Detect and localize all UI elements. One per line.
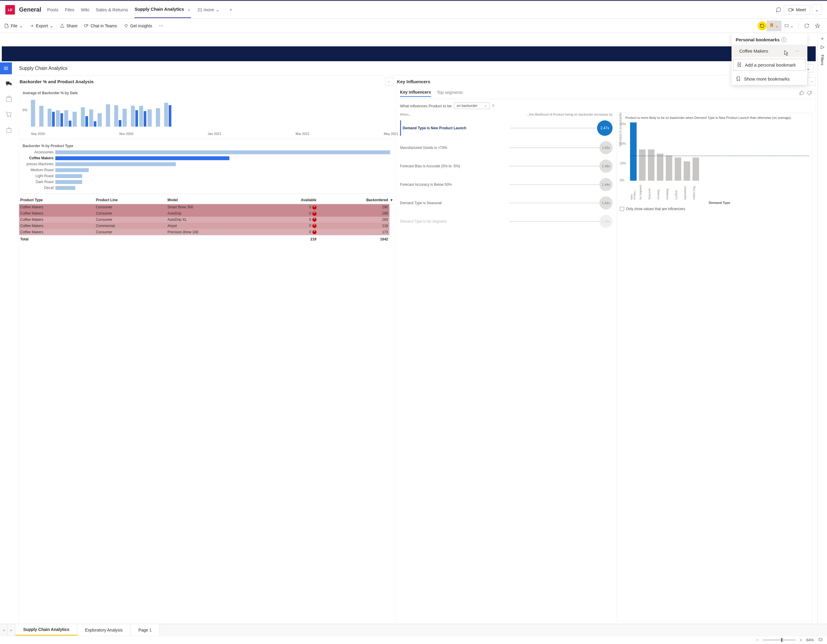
- chat-teams-label: Chat in Teams: [91, 23, 117, 28]
- meet-dropdown[interactable]: ⌄: [812, 5, 822, 15]
- add-tab-button[interactable]: ＋: [225, 5, 236, 15]
- view-button[interactable]: ⌄: [782, 20, 796, 31]
- zoom-out[interactable]: −: [757, 638, 759, 642]
- ki-filter-checkbox[interactable]: Only show values that are influencers: [620, 207, 809, 211]
- show-more-label: Show more bookmarks: [744, 76, 790, 81]
- bookmarks-popover: Personal bookmarks i Coffee Makers ⋯ Add…: [732, 33, 807, 85]
- tab-posts[interactable]: Posts: [47, 2, 58, 17]
- prev-arrow[interactable]: ←: [385, 77, 393, 86]
- backorder-by-type-chart[interactable]: Backorder % by Product Type AccessoriesC…: [19, 142, 393, 193]
- bookmark-item-label: Coffee Makers: [739, 48, 768, 53]
- sheet-prev[interactable]: ◂: [0, 624, 8, 636]
- bookmark-button[interactable]: ⌄: [767, 20, 782, 31]
- teams-header: LD General Posts Files Wiki Sales & Retu…: [0, 1, 827, 19]
- channel-name[interactable]: General: [19, 6, 41, 13]
- zoom-bar: − + 84%: [0, 636, 827, 644]
- thumbs-up-icon[interactable]: [799, 90, 804, 96]
- zoom-slider[interactable]: [763, 639, 796, 641]
- table-row[interactable]: Coffee MakersConsumerSmart Brew 3000 290: [19, 204, 393, 210]
- chart-title: Backorder % by Product Type: [23, 144, 390, 148]
- ki-tab-segments[interactable]: Top segments: [437, 90, 463, 96]
- sheet-tab-3[interactable]: Page 1: [131, 624, 159, 636]
- table-row[interactable]: Coffee MakersConsumerAutoDrip XL0 283: [19, 217, 393, 223]
- tab-files[interactable]: Files: [65, 2, 74, 17]
- add-bookmark-button[interactable]: Add a personal bookmark: [733, 59, 805, 71]
- bookmark-pane-icon[interactable]: [820, 45, 825, 51]
- table-row[interactable]: Coffee MakersConsumerPrecision Brew 1000…: [19, 229, 393, 235]
- report-banner: [2, 47, 816, 61]
- info-icon[interactable]: i: [782, 37, 786, 42]
- meet-button[interactable]: Meet: [784, 5, 810, 14]
- refresh-button[interactable]: [801, 20, 812, 31]
- bookmarks-title: Personal bookmarks i: [732, 33, 807, 45]
- bookmark-item[interactable]: Coffee Makers ⋯: [732, 45, 807, 57]
- more-options[interactable]: ⋯: [159, 23, 163, 28]
- more-tabs-label: 21 more: [198, 7, 214, 12]
- chat-icon[interactable]: [773, 5, 784, 15]
- tab-sales-returns[interactable]: Sales & Returns: [96, 2, 128, 17]
- insights-label: Get insights: [130, 23, 152, 28]
- tab-supply-chain[interactable]: Supply Chain Analytics ⌄: [134, 1, 191, 18]
- file-menu[interactable]: File ⌄: [4, 23, 23, 28]
- insights-button[interactable]: Get insights: [124, 23, 152, 28]
- ki-checkbox-label: Only show values that are influencers: [626, 207, 685, 211]
- chevron-down-icon: ⌄: [187, 6, 191, 12]
- sheet-tab-1[interactable]: Supply Chain Analytics: [16, 624, 77, 636]
- reset-button[interactable]: [758, 22, 767, 30]
- share-label: Share: [66, 23, 77, 28]
- chevron-down-icon: ⌄: [216, 7, 220, 12]
- table-row[interactable]: Coffee MakersCommercialAirpot0 216: [19, 222, 393, 229]
- ki-item[interactable]: Manufactured Goods is <70%1.65x: [400, 141, 613, 154]
- more-icon[interactable]: ⋯: [795, 48, 800, 53]
- ki-dropdown[interactable]: on backorder: [454, 103, 490, 109]
- hamburger-button[interactable]: [0, 62, 12, 74]
- ki-tab-influencers[interactable]: Key influencers: [400, 90, 431, 97]
- filters-label: Filters: [820, 55, 825, 65]
- zoom-value: 84%: [806, 638, 814, 642]
- backorder-by-date-chart[interactable]: Average of Backorder % by Date 5% Sep 20…: [19, 89, 393, 138]
- question-mark: ?: [492, 104, 494, 108]
- ki-detail-chart[interactable]: ← Product is more likely to be on backor…: [617, 113, 812, 621]
- chevron-down-icon: ⌄: [19, 23, 23, 28]
- filters-pane-collapsed[interactable]: « Filters: [818, 33, 827, 624]
- next-arrow[interactable]: →: [807, 77, 816, 86]
- zoom-in[interactable]: +: [800, 638, 802, 642]
- cart-icon[interactable]: [5, 110, 13, 118]
- ki-item[interactable]: Forecast Bias is Accurate (5% to -5%)1.4…: [400, 160, 613, 173]
- thumbs-down-icon[interactable]: [807, 90, 812, 96]
- ki-item[interactable]: Demand Type is No Segment1.33x: [400, 215, 613, 228]
- svg-rect-1: [84, 24, 87, 27]
- ki-item[interactable]: Demand Type is Seasonal1.42x: [400, 196, 613, 210]
- tab-wiki[interactable]: Wiki: [81, 2, 89, 17]
- ki-item[interactable]: Demand Type is New Product Launch2.47x: [400, 120, 613, 136]
- sheet-next[interactable]: ▸: [8, 624, 16, 636]
- pbi-toolbar: File ⌄ Export ⌄ Share Chat in Teams Get …: [0, 19, 827, 33]
- package-down-icon[interactable]: [5, 126, 13, 134]
- svg-rect-5: [6, 98, 11, 102]
- favorite-button[interactable]: [812, 20, 823, 31]
- svg-point-3: [125, 24, 127, 26]
- chevron-down-icon: ⌄: [775, 23, 779, 28]
- fit-page-icon[interactable]: [818, 637, 823, 643]
- key-influencers-visual[interactable]: Key influencers Top segments What: [396, 86, 816, 624]
- chevron-down-icon: ⌄: [50, 23, 53, 28]
- table-row[interactable]: Coffee MakersConsumerAutoDrip0 289: [19, 210, 393, 217]
- y-axis-label: 5%: [23, 108, 27, 112]
- export-label: Export: [36, 23, 48, 28]
- box-icon[interactable]: [5, 95, 13, 103]
- export-menu[interactable]: Export ⌄: [30, 23, 53, 28]
- ki-x-axis-label: Demand Type: [620, 201, 809, 204]
- more-tabs[interactable]: 21 more ⌄: [198, 7, 220, 12]
- chat-teams-button[interactable]: Chat in Teams: [84, 23, 117, 28]
- team-avatar[interactable]: LD: [5, 5, 15, 14]
- svg-rect-0: [789, 8, 792, 11]
- ki-when-label: When...: [400, 113, 502, 116]
- truck-icon[interactable]: [5, 79, 13, 87]
- chart-title: Average of Backorder % by Date: [23, 91, 390, 95]
- ki-item[interactable]: Forecast Accuracy is Below 50%1.44x: [400, 178, 613, 191]
- sheet-tab-2[interactable]: Exploratory Analysis: [77, 624, 131, 636]
- show-more-bookmarks[interactable]: Show more bookmarks: [732, 73, 807, 85]
- share-button[interactable]: Share: [60, 23, 77, 28]
- products-table[interactable]: Product TypeProduct LineModelAvailableBa…: [19, 196, 393, 624]
- collapse-icon[interactable]: «: [821, 36, 824, 41]
